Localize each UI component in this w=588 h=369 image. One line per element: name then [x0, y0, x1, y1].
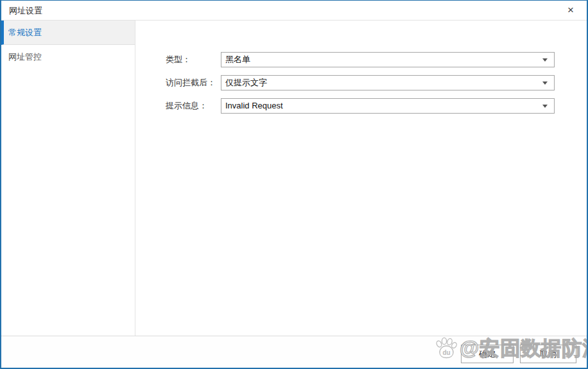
dialog-body: 常规设置 网址管控 类型： 黑名单 访问拦截后： 仅提示文字	[1, 21, 587, 336]
ok-button[interactable]: 确定	[461, 345, 514, 363]
prompt-message-label: 提示信息：	[166, 100, 221, 112]
type-dropdown[interactable]: 黑名单	[221, 52, 555, 67]
sidebar-item-label: 常规设置	[8, 28, 42, 37]
type-label: 类型：	[166, 54, 221, 65]
type-dropdown-value: 黑名单	[221, 53, 554, 67]
after-block-dropdown[interactable]: 仅提示文字	[221, 75, 555, 90]
settings-form: 类型： 黑名单 访问拦截后： 仅提示文字 提示信息： Invalid Reque…	[135, 21, 587, 336]
sidebar-item-label: 网址管控	[8, 52, 42, 62]
close-icon[interactable]: ×	[564, 1, 578, 20]
after-block-dropdown-value: 仅提示文字	[221, 76, 554, 90]
titlebar: 网址设置 ×	[1, 1, 587, 21]
sidebar-item-general-settings[interactable]: 常规设置	[1, 21, 135, 45]
prompt-message-dropdown-value: Invalid Request	[221, 99, 554, 113]
after-block-label: 访问拦截后：	[166, 77, 221, 89]
form-row-type: 类型： 黑名单	[166, 52, 587, 67]
sidebar-item-url-control[interactable]: 网址管控	[1, 45, 135, 69]
form-row-after-block: 访问拦截后： 仅提示文字	[166, 75, 587, 90]
url-settings-dialog: 网址设置 × 常规设置 网址管控 类型： 黑名单 访问拦截后：	[0, 0, 588, 369]
chevron-down-icon	[542, 58, 548, 62]
prompt-message-dropdown[interactable]: Invalid Request	[221, 98, 555, 114]
chevron-down-icon	[542, 82, 548, 85]
form-row-prompt-message: 提示信息： Invalid Request	[166, 98, 587, 114]
page-title: 网址设置	[1, 6, 42, 15]
cancel-button[interactable]: 取消	[520, 345, 576, 363]
sidebar: 常规设置 网址管控	[1, 21, 135, 336]
chevron-down-icon	[542, 105, 548, 108]
footer: 确定 取消	[1, 336, 587, 368]
